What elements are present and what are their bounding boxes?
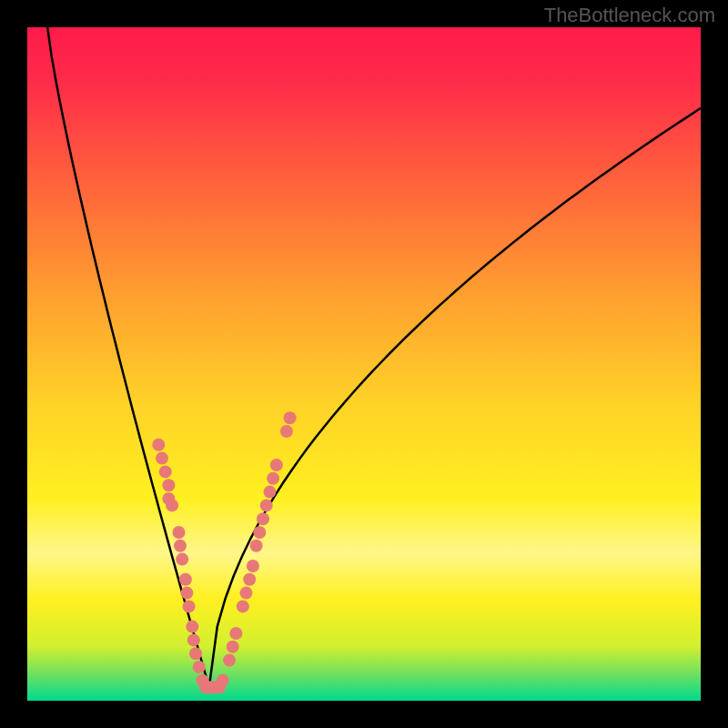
scatter-point <box>156 452 168 465</box>
scatter-point <box>217 674 229 687</box>
curve-layer <box>27 27 701 701</box>
plot-area <box>27 27 701 701</box>
scatter-point <box>260 499 273 511</box>
scatter-point <box>187 633 200 646</box>
scatter-point <box>180 587 193 600</box>
scatter-point <box>174 540 187 552</box>
scatter-point <box>240 587 253 600</box>
scatter-point <box>183 600 196 612</box>
scatter-point <box>193 661 206 673</box>
scatter-point <box>253 526 266 539</box>
scatter-point <box>247 560 259 572</box>
scatter-point <box>257 512 269 525</box>
scatter-point <box>159 465 172 478</box>
scatter-point <box>267 472 279 485</box>
scatter-point <box>186 621 198 633</box>
scatter-point <box>227 641 239 653</box>
scatter-points <box>152 411 296 693</box>
scatter-point <box>243 573 256 586</box>
watermark-text: TheBottleneck.com <box>544 4 715 27</box>
scatter-point <box>166 499 178 511</box>
scatter-point <box>284 411 297 424</box>
scatter-point <box>223 654 236 667</box>
scatter-point <box>280 425 293 438</box>
scatter-point <box>179 573 192 586</box>
scatter-point <box>263 486 276 499</box>
scatter-point <box>152 439 165 451</box>
scatter-point <box>162 479 175 491</box>
scatter-point <box>270 459 283 471</box>
scatter-point <box>176 553 188 566</box>
valley-curve <box>47 27 701 687</box>
scatter-point <box>189 647 202 660</box>
scatter-point <box>250 540 263 552</box>
scatter-point <box>229 627 242 640</box>
scatter-point <box>237 600 249 612</box>
scatter-point <box>173 526 186 539</box>
